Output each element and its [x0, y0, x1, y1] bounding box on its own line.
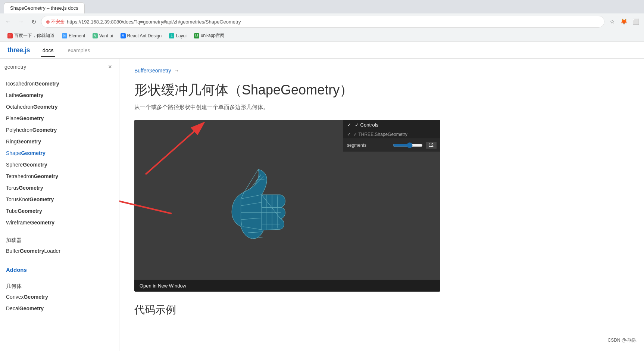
vant-favicon: V — [93, 33, 98, 38]
bookmark-baidu[interactable]: 百 百度一下，你就知道 — [4, 31, 57, 40]
item-normal: Tetrahedron — [6, 173, 34, 179]
item-normal: Icosahedron — [6, 81, 35, 87]
profile-button[interactable]: 🦊 — [619, 16, 629, 27]
bookmark-element-label: Element — [69, 33, 85, 38]
sidebar-search: geometry × — [0, 59, 119, 75]
browser-tabs: ShapeGeometry – three.js docs — [0, 0, 644, 13]
bookmark-layui[interactable]: L Layui — [166, 32, 190, 40]
controls-section-label: ✓ THREE.ShapeGeometry — [353, 132, 407, 137]
sidebar-item-lathe[interactable]: LatheGeometry — [0, 90, 119, 101]
item-suffix: Loader — [44, 248, 60, 254]
demo-container: ✓ ✓ Controls ✓ ✓ THREE.ShapeGeometry seg… — [134, 120, 440, 292]
sidebar-divider2 — [6, 277, 113, 277]
forward-button[interactable]: → — [16, 16, 26, 27]
extensions-button[interactable]: ⬜ — [631, 16, 641, 27]
item-bold: Geometry — [19, 115, 44, 121]
item-bold: Geometry — [17, 139, 41, 145]
item-normal: Wireframe — [6, 220, 30, 226]
controls-row-segments: segments 12 — [343, 139, 440, 152]
sidebar-item-tetrahedron[interactable]: TetrahedronGeometry — [0, 171, 119, 182]
item-normal: Torus — [6, 185, 19, 191]
sidebar-item-polyhedron[interactable]: PolyhedronGeometry — [0, 124, 119, 136]
url-text: https://192.168.2.39:8080/docs/?q=geomet… — [67, 19, 241, 25]
demo-viewport: ✓ ✓ Controls ✓ ✓ THREE.ShapeGeometry seg… — [134, 120, 440, 292]
item-normal: TorusKnot — [6, 196, 29, 202]
item-bold: Geometry — [21, 150, 45, 156]
toolbar-actions: ☆ 🦊 ⬜ — [607, 16, 641, 27]
sidebar-scroll[interactable]: IcosahedronGeometry LatheGeometry Octahe… — [0, 75, 119, 351]
item-normal: Buffer — [6, 248, 20, 254]
sidebar-item-tube[interactable]: TubeGeometry — [0, 205, 119, 217]
page-subtitle: 从一个或多个路径形状中创建一个单面多边形几何体。 — [134, 104, 629, 111]
spacer — [0, 257, 119, 263]
sidebar-close-button[interactable]: × — [106, 62, 115, 71]
element-favicon: E — [62, 33, 67, 38]
sidebar-item-sphere[interactable]: SphereGeometry — [0, 159, 119, 171]
main-content: BufferGeometry → 形状缓冲几何体（ShapeGeometry） … — [119, 59, 644, 351]
sidebar-item-torusknot[interactable]: TorusKnotGeometry — [0, 194, 119, 205]
main-container: three.js docs examples geometry × Icosah… — [0, 42, 644, 351]
item-normal: Plane — [6, 115, 19, 121]
item-bold: Geometry — [33, 104, 57, 110]
item-bold: Geometry — [19, 305, 44, 311]
sidebar-item-buffergeometryloader[interactable]: BufferGeometryLoader — [0, 245, 119, 257]
item-bold: Geometry — [34, 173, 58, 179]
sidebar-item-shape[interactable]: ShapeGeometry — [0, 147, 119, 159]
bookmark-react-ant[interactable]: A React Ant Design — [118, 32, 165, 40]
item-bold: Geometry — [32, 127, 57, 133]
bookmark-vant[interactable]: V Vant ui — [90, 32, 116, 40]
bookmark-uniapp-label: uni-app官网 — [201, 32, 225, 39]
sidebar-item-convex[interactable]: ConvexGeometry — [0, 291, 119, 303]
item-normal: Shape — [6, 150, 21, 156]
back-button[interactable]: ← — [3, 16, 13, 27]
item-normal: Decal — [6, 305, 19, 311]
tab-title: ShapeGeometry – three.js docs — [10, 5, 78, 11]
item-bold: Geometry — [23, 162, 47, 168]
item-normal: Octahedron — [6, 104, 33, 110]
csdn-badge: CSDN @-联陈 — [607, 337, 637, 344]
item-bold: Geometry — [18, 208, 42, 214]
bookmark-react-ant-label: React Ant Design — [127, 33, 162, 38]
sidebar-item-torus[interactable]: TorusGeometry — [0, 182, 119, 194]
bookmark-uniapp[interactable]: U uni-app官网 — [191, 31, 228, 40]
sidebar-item-wireframe[interactable]: WireframeGeometry — [0, 217, 119, 229]
controls-section: ✓ ✓ THREE.ShapeGeometry — [343, 130, 440, 139]
segments-slider[interactable] — [393, 141, 423, 149]
nav-docs[interactable]: docs — [41, 44, 55, 57]
bookmark-layui-label: Layui — [176, 33, 187, 38]
sidebar-item-plane[interactable]: PlaneGeometry — [0, 113, 119, 124]
open-new-window-link[interactable]: Open in New Window — [140, 283, 186, 289]
item-normal: Tube — [6, 208, 18, 214]
site-logo[interactable]: three.js — [7, 46, 30, 54]
bookmark-element[interactable]: E Element — [59, 32, 88, 40]
demo-controls-panel: ✓ ✓ Controls ✓ ✓ THREE.ShapeGeometry seg… — [343, 120, 440, 152]
sidebar-item-octahedron[interactable]: OctahedronGeometry — [0, 101, 119, 113]
sidebar-addons-label: Addons — [0, 263, 119, 274]
controls-segments-value: 12 — [426, 142, 437, 149]
sidebar-item-icosahedron[interactable]: IcosahedronGeometry — [0, 78, 119, 90]
bookmarks-bar: 百 百度一下，你就知道 E Element V Vant ui A React … — [0, 30, 644, 42]
browser-toolbar: ← → ↻ ⊗ 不安全 https://192.168.2.39:8080/do… — [0, 13, 644, 30]
bookmark-vant-label: Vant ui — [99, 33, 113, 38]
react-ant-favicon: A — [121, 33, 126, 38]
address-bar[interactable]: ⊗ 不安全 https://192.168.2.39:8080/docs/?q=… — [41, 16, 604, 28]
uniapp-favicon: U — [194, 33, 199, 38]
item-normal: Ring — [6, 139, 17, 145]
breadcrumb-link[interactable]: BufferGeometry — [134, 68, 171, 74]
item-normal: Sphere — [6, 162, 23, 168]
item-bold: Geometry — [19, 92, 43, 98]
nav-examples[interactable]: examples — [66, 44, 92, 57]
sidebar-item-decal[interactable]: DecalGeometry — [0, 303, 119, 314]
item-bold: Geometry — [20, 248, 44, 254]
body-layout: geometry × IcosahedronGeometry LatheGeom… — [0, 59, 644, 351]
reload-button[interactable]: ↻ — [28, 16, 39, 27]
sidebar-item-ring[interactable]: RingGeometry — [0, 136, 119, 147]
security-badge: ⊗ 不安全 — [46, 19, 65, 25]
section-code-title: 代码示例 — [134, 303, 629, 317]
bookmark-baidu-label: 百度一下，你就知道 — [14, 32, 54, 39]
bookmark-button[interactable]: ☆ — [607, 16, 617, 27]
sidebar: geometry × IcosahedronGeometry LatheGeom… — [0, 59, 119, 351]
browser-tab[interactable]: ShapeGeometry – three.js docs — [4, 2, 85, 13]
item-bold: Geometry — [19, 185, 43, 191]
item-bold: Geometry — [29, 196, 54, 202]
